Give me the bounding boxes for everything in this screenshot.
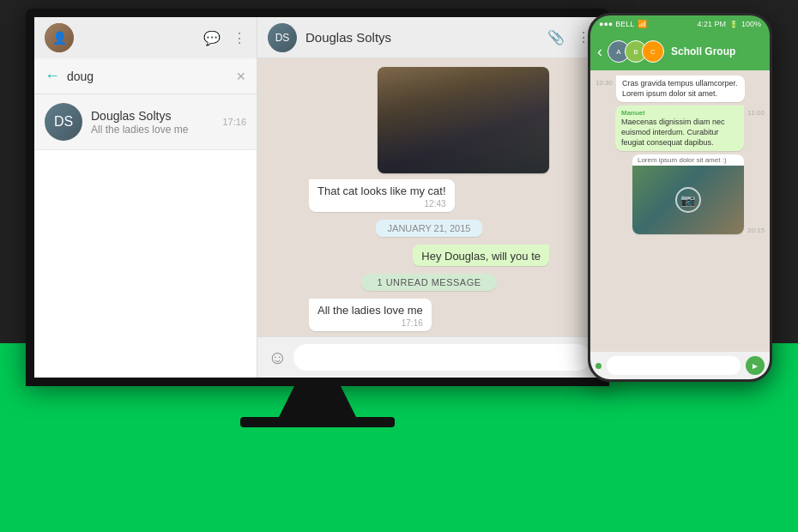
chat-area: DS Douglas Soltys 📎 ⋮ — [257, 17, 601, 378]
phone-msg-2: 11:00 Manuel Maecenas dignissim diam nec… — [615, 106, 765, 151]
phone-image-caption-above: Lorem ipsum dolor sit amet :) — [632, 154, 744, 166]
received-message-1: That cat looks like my cat! 12:43 — [309, 179, 455, 212]
back-arrow-icon[interactable]: ← — [45, 67, 60, 85]
message-time: 12:43 — [317, 199, 446, 209]
chat-icon[interactable]: 💬 — [203, 30, 221, 46]
attachment-icon[interactable]: 📎 — [547, 29, 565, 45]
message-text: All the ladies love me — [317, 304, 423, 317]
phone-received-1: Cras gravida tempus ullamcorper. Lorem i… — [616, 76, 745, 102]
phone-image-placeholder: 📷 — [632, 166, 744, 234]
phone-body: ●●● BELL 📶 4:21 PM 🔋 100% ‹ A B C Scholl… — [588, 13, 772, 382]
phone-input-bar: ► — [590, 352, 770, 379]
sidebar-header: 👤 💬 ⋮ — [34, 17, 257, 58]
chat-contact-name: Douglas Soltys — [305, 30, 391, 45]
phone-msg-3: 20:15 Lorem ipsum dolor sit amet :) 📷 — [632, 154, 765, 234]
avatar-3: C — [642, 40, 664, 63]
phone-group-name: Scholl Group — [671, 45, 735, 57]
carrier-label: BELL — [615, 20, 634, 28]
search-input[interactable] — [67, 70, 229, 83]
contact-info: Douglas Soltys All the ladies love me — [91, 109, 214, 136]
phone-chat-body: 10:30 Cras gravida tempus ullamcorper. L… — [590, 70, 770, 352]
phone-input-field[interactable] — [607, 356, 741, 375]
battery-percent: 100% — [741, 20, 761, 28]
phone-container: ●●● BELL 📶 4:21 PM 🔋 100% ‹ A B C Scholl… — [588, 13, 772, 382]
phone-status-bar: ●●● BELL 📶 4:21 PM 🔋 100% — [590, 15, 770, 33]
more-icon[interactable]: ⋮ — [233, 30, 246, 46]
unread-divider: 1 UNREAD MESSAGE — [361, 274, 496, 291]
message-text: That cat looks like my cat! — [317, 184, 446, 197]
phone-msg-time-3: 20:15 — [747, 227, 765, 234]
contact-name: Douglas Soltys — [91, 109, 214, 123]
sent-message-1: Hey Douglas, will you te — [413, 245, 549, 266]
user-avatar: 👤 — [45, 23, 74, 52]
contact-list: DS Douglas Soltys All the ladies love me… — [34, 94, 257, 378]
image-message — [378, 67, 549, 173]
phone-msg-1: 10:30 Cras gravida tempus ullamcorper. L… — [595, 76, 765, 102]
dots-icon: ●●● — [599, 20, 613, 28]
phone-msg-text: Cras gravida tempus ullamcorper. Lorem i… — [622, 79, 739, 99]
status-time: 4:21 PM — [697, 20, 726, 28]
sidebar: 👤 💬 ⋮ ← ✕ DS — [34, 17, 257, 378]
emoji-icon[interactable]: ☺ — [268, 347, 287, 369]
monitor-container: 👤 💬 ⋮ ← ✕ DS — [26, 9, 609, 427]
contact-preview: All the ladies love me — [91, 124, 214, 136]
contact-item[interactable]: DS Douglas Soltys All the ladies love me… — [34, 94, 257, 150]
phone-group-avatars: A B C — [608, 40, 664, 63]
chat-input-bar: ☺ — [257, 336, 601, 378]
phone-image-msg: Lorem ipsum dolor sit amet :) 📷 — [632, 154, 744, 234]
monitor-base — [240, 417, 395, 427]
message-text: Hey Douglas, will you te — [421, 250, 541, 263]
phone-send-button[interactable]: ► — [746, 356, 765, 375]
message-input[interactable] — [293, 344, 590, 371]
chat-messages: That cat looks like my cat! 12:43 JANUAR… — [257, 58, 601, 336]
phone-sender-name: Manuel — [621, 109, 738, 117]
image-placeholder — [378, 67, 549, 173]
phone-chat-header: ‹ A B C Scholl Group — [590, 33, 770, 70]
phone-msg-time-2: 11:00 — [747, 109, 765, 117]
clear-search-icon[interactable]: ✕ — [236, 70, 246, 83]
battery-label: 🔋 — [729, 21, 738, 28]
app-container: 👤 💬 ⋮ ← ✕ DS — [34, 17, 601, 378]
received-message-2: All the ladies love me 17:16 — [309, 299, 432, 331]
contact-avatar: DS — [45, 103, 82, 141]
phone-sent-1: Manuel Maecenas dignissim diam nec euism… — [615, 106, 744, 151]
monitor-stand — [279, 386, 356, 417]
chat-contact-avatar: DS — [268, 23, 297, 52]
date-separator: JANUARY 21, 2015 — [376, 220, 483, 237]
message-time: 17:16 — [317, 318, 423, 328]
phone-msg-time-1: 10:30 — [595, 79, 613, 87]
monitor-screen: 👤 💬 ⋮ ← ✕ DS — [26, 9, 609, 386]
phone-msg-text: Maecenas dignissim diam nec euismod inte… — [621, 118, 738, 148]
wifi-icon: 📶 — [638, 20, 647, 28]
search-bar: ← ✕ — [34, 58, 257, 94]
phone-dot-indicator — [595, 363, 602, 369]
chat-header: DS Douglas Soltys 📎 ⋮ — [257, 17, 601, 58]
contact-time: 17:16 — [222, 117, 246, 127]
phone-back-icon[interactable]: ‹ — [597, 43, 602, 61]
